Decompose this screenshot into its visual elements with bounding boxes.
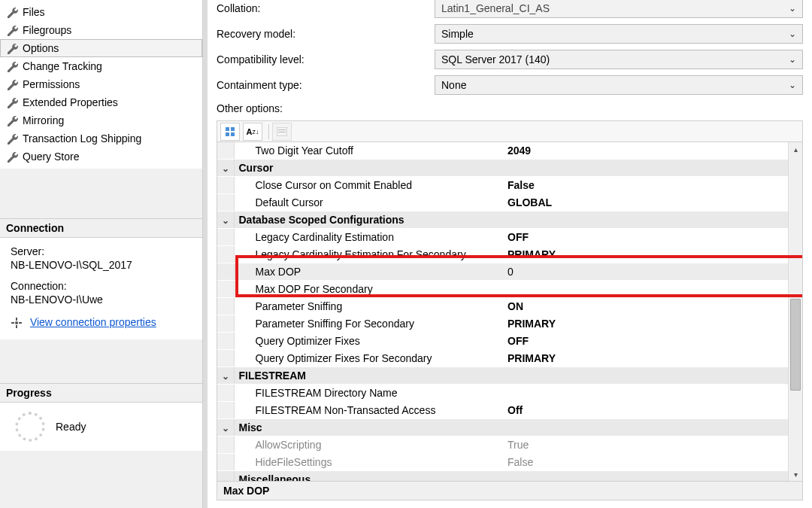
prop-key: Close Cursor on Commit Enabled — [234, 177, 504, 194]
scroll-thumb[interactable] — [790, 299, 801, 391]
categorized-btn[interactable] — [220, 123, 240, 141]
prop-legacy-cardinality-estimation[interactable]: Legacy Cardinality Estimation OFF — [217, 229, 789, 246]
connection-header: Connection — [0, 218, 202, 238]
prop-default-cursor[interactable]: Default Cursor GLOBAL — [217, 194, 789, 211]
containment-type-dropdown[interactable]: None ⌄ — [435, 75, 803, 95]
progress-header: Progress — [0, 383, 202, 403]
connection-panel: Server: NB-LENOVO-I\SQL_2017 Connection:… — [0, 238, 202, 339]
property-grid: Two Digit Year Cutoff 2049 ⌄ Cursor Clos… — [217, 141, 803, 482]
prop-val — [504, 281, 789, 298]
prop-val: True — [504, 437, 789, 454]
compatibility-level-dropdown[interactable]: SQL Server 2017 (140) ⌄ — [435, 50, 803, 69]
prop-hide-file-settings[interactable]: HideFileSettings False — [217, 454, 789, 471]
prop-val: PRIMARY — [504, 315, 789, 333]
prop-key: Legacy Cardinality Estimation For Second… — [234, 246, 504, 263]
propertygrid-toolbar: Az↓ — [217, 120, 803, 141]
category-database-scoped-configurations[interactable]: ⌄ Database Scoped Configurations — [217, 211, 789, 229]
containment-label: Containment type: — [217, 79, 435, 91]
recovery-model-dropdown[interactable]: Simple ⌄ — [435, 24, 803, 44]
category-misc[interactable]: ⌄ Misc — [217, 419, 789, 437]
prop-close-cursor-on-commit[interactable]: Close Cursor on Commit Enabled False — [217, 177, 789, 194]
prop-val: False — [504, 454, 789, 471]
options-page: Collation: Latin1_General_CI_AS ⌄ Recove… — [208, 0, 812, 508]
prop-legacy-cardinality-estimation-secondary[interactable]: Legacy Cardinality Estimation For Second… — [217, 246, 789, 263]
property-pages-btn — [272, 123, 292, 141]
prop-key: Legacy Cardinality Estimation — [234, 229, 504, 246]
property-description-panel: Max DOP — [217, 482, 803, 500]
server-label: Server: — [11, 245, 192, 257]
collation-dropdown[interactable]: Latin1_General_CI_AS ⌄ — [435, 0, 803, 18]
collation-value: Latin1_General_CI_AS — [441, 2, 550, 14]
prop-val: PRIMARY — [504, 246, 789, 263]
nav-query-store[interactable]: Query Store — [0, 148, 202, 166]
nav-label: Change Tracking — [23, 60, 102, 72]
server-value: NB-LENOVO-I\SQL_2017 — [11, 259, 192, 271]
alphabetical-btn[interactable]: Az↓ — [243, 123, 262, 141]
prop-val: PRIMARY — [504, 350, 789, 367]
nav-extended-properties[interactable]: Extended Properties — [0, 93, 202, 111]
nav-change-tracking[interactable]: Change Tracking — [0, 57, 202, 75]
page-navigator: Files Filegroups Options Change Tracking… — [0, 0, 202, 169]
wrench-icon — [6, 42, 18, 54]
nav-files[interactable]: Files — [0, 3, 202, 21]
grid-scrollbar[interactable]: ▴ ▾ — [788, 142, 802, 481]
prop-val: False — [504, 177, 789, 194]
prop-query-optimizer-fixes[interactable]: Query Optimizer Fixes OFF — [217, 333, 789, 350]
prop-val: OFF — [504, 229, 789, 246]
prop-filestream-non-transacted-access[interactable]: FILESTREAM Non-Transacted Access Off — [217, 402, 789, 419]
nav-label: Filegroups — [23, 24, 71, 36]
prop-val: OFF — [504, 333, 789, 350]
category-label: Database Scoped Configurations — [234, 211, 789, 229]
prop-val: ON — [504, 298, 789, 315]
category-miscellaneous[interactable]: ⌄ Miscellaneous — [217, 471, 789, 482]
prop-allow-scripting[interactable]: AllowScripting True — [217, 437, 789, 454]
wrench-icon — [6, 60, 18, 72]
nav-transaction-log-shipping[interactable]: Transaction Log Shipping — [0, 129, 202, 148]
scroll-up-btn[interactable]: ▴ — [789, 142, 802, 156]
connection-props-icon — [11, 317, 23, 329]
nav-options[interactable]: Options — [0, 39, 202, 57]
collapse-icon: ⌄ — [222, 475, 229, 481]
nav-mirroring[interactable]: Mirroring — [0, 111, 202, 129]
category-cursor[interactable]: ⌄ Cursor — [217, 160, 789, 177]
view-connection-properties-link[interactable]: View connection properties — [30, 316, 156, 328]
category-filestream[interactable]: ⌄ FILESTREAM — [217, 367, 789, 385]
wrench-icon — [6, 78, 18, 90]
nav-label: Extended Properties — [23, 96, 118, 108]
prop-max-dop[interactable]: Max DOP 0 — [217, 263, 789, 281]
prop-parameter-sniffing[interactable]: Parameter Sniffing ON — [217, 298, 789, 315]
prop-key: Parameter Sniffing For Secondary — [234, 315, 504, 333]
scroll-down-btn[interactable]: ▾ — [789, 467, 802, 481]
wrench-icon — [6, 24, 18, 36]
nav-label: Query Store — [23, 151, 79, 163]
containment-value: None — [441, 79, 466, 91]
category-label: Cursor — [234, 160, 789, 177]
prop-val: GLOBAL — [504, 194, 789, 211]
prop-filestream-directory-name[interactable]: FILESTREAM Directory Name — [217, 385, 789, 402]
prop-two-digit-year-cutoff[interactable]: Two Digit Year Cutoff 2049 — [217, 142, 789, 160]
nav-filegroups[interactable]: Filegroups — [0, 21, 202, 39]
svg-point-0 — [15, 321, 18, 324]
collation-label: Collation: — [217, 2, 435, 14]
svg-rect-1 — [226, 127, 229, 131]
category-label: Misc — [234, 419, 789, 437]
chevron-down-icon: ⌄ — [789, 80, 796, 90]
compat-value: SQL Server 2017 (140) — [441, 53, 550, 65]
wrench-icon — [6, 132, 18, 144]
prop-max-dop-secondary[interactable]: Max DOP For Secondary — [217, 281, 789, 298]
other-options-label: Other options: — [208, 98, 812, 120]
prop-parameter-sniffing-secondary[interactable]: Parameter Sniffing For Secondary PRIMARY — [217, 315, 789, 333]
prop-key: FILESTREAM Non-Transacted Access — [234, 402, 504, 419]
database-properties-dialog: Files Filegroups Options Change Tracking… — [0, 0, 812, 508]
recovery-value: Simple — [441, 28, 474, 40]
prop-query-optimizer-fixes-secondary[interactable]: Query Optimizer Fixes For Secondary PRIM… — [217, 350, 789, 367]
progress-status: Ready — [56, 421, 86, 433]
recovery-label: Recovery model: — [217, 28, 435, 40]
collapse-icon: ⌄ — [222, 163, 229, 174]
nav-label: Transaction Log Shipping — [23, 132, 141, 144]
prop-key: HideFileSettings — [234, 454, 504, 471]
nav-permissions[interactable]: Permissions — [0, 75, 202, 93]
chevron-down-icon: ⌄ — [789, 54, 796, 65]
prop-key: Query Optimizer Fixes For Secondary — [234, 350, 504, 367]
collapse-icon: ⌄ — [222, 423, 229, 433]
